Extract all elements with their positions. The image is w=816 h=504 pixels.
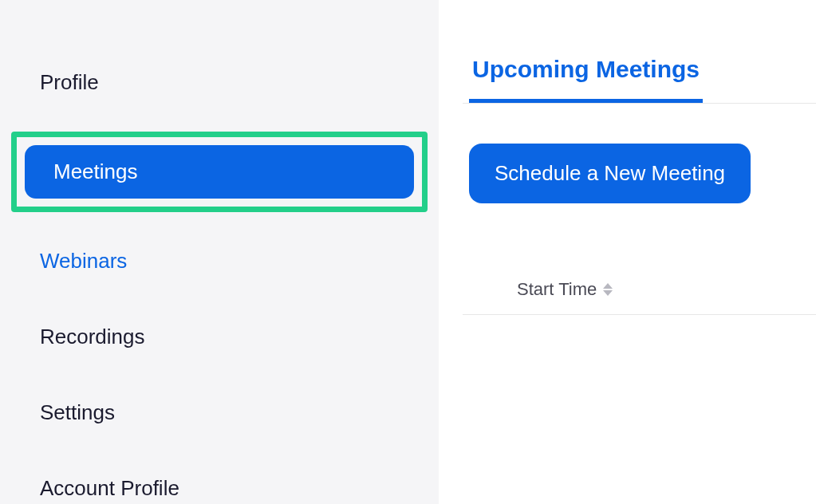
sidebar-item-account-profile[interactable]: Account Profile bbox=[11, 462, 428, 504]
column-start-time[interactable]: Start Time bbox=[517, 279, 613, 300]
sidebar-highlight: Meetings bbox=[11, 132, 428, 212]
sidebar-item-recordings[interactable]: Recordings bbox=[11, 310, 428, 364]
table-header-row: Start Time bbox=[463, 279, 816, 315]
sort-icon bbox=[603, 283, 613, 296]
main-content: Upcoming Meetings Schedule a New Meeting… bbox=[439, 0, 816, 504]
tab-upcoming-meetings[interactable]: Upcoming Meetings bbox=[469, 48, 703, 103]
column-start-time-label: Start Time bbox=[517, 279, 597, 300]
sidebar-item-webinars[interactable]: Webinars bbox=[11, 234, 428, 288]
sidebar-item-profile[interactable]: Profile bbox=[11, 56, 428, 109]
tab-row: Upcoming Meetings bbox=[463, 48, 816, 104]
sidebar-item-settings[interactable]: Settings bbox=[11, 386, 428, 439]
sidebar-item-meetings[interactable]: Meetings bbox=[25, 145, 414, 199]
sidebar: Profile Meetings Webinars Recordings Set… bbox=[0, 0, 439, 504]
schedule-new-meeting-button[interactable]: Schedule a New Meeting bbox=[469, 144, 751, 203]
